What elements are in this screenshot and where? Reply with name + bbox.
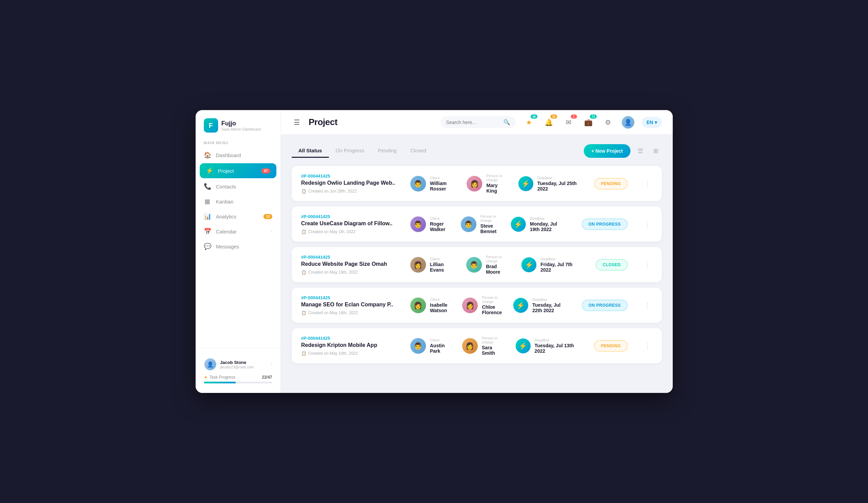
client-label: Client: [430, 176, 456, 180]
project-card: #P-000441425 Redesign Owlio Landing Page…: [292, 166, 662, 201]
tab-all-status[interactable]: All Status: [292, 144, 329, 158]
client-info: 👨 Client Roger Walker: [410, 216, 450, 232]
project-meta: 👩 Client Lillian Evans 👨 Person in charg…: [410, 255, 652, 275]
deadline-date: Monday, Jul 19th 2022: [530, 221, 565, 232]
client-details: Client Roger Walker: [430, 216, 450, 232]
deadline-date: Tuesday, Jul 13th 2022: [535, 343, 578, 354]
new-project-button[interactable]: + New Project: [584, 144, 630, 158]
gear-icon: ⚙: [605, 118, 611, 126]
briefcase-button[interactable]: 💼 72: [582, 116, 595, 129]
sidebar-item-kanban[interactable]: ▦ Kanban: [196, 194, 280, 209]
user-info[interactable]: 👤 Jacob Stone jacobs23@mail.com ›: [204, 354, 272, 375]
client-info: 👩 Client Lillian Evans: [410, 257, 455, 273]
search-input[interactable]: [446, 120, 500, 125]
mail-button[interactable]: ✉ 1: [562, 116, 575, 129]
calendar-small-icon: 📋: [301, 270, 306, 275]
tab-closed[interactable]: Closed: [403, 144, 433, 158]
deadline-label: Deadline: [532, 298, 565, 301]
sidebar-item-calendar[interactable]: 📅 Calendar ›: [196, 224, 280, 239]
project-icon: ⚡: [206, 167, 213, 174]
task-count: 22/47: [262, 375, 272, 380]
client-avatar: 👩: [410, 257, 426, 273]
sidebar-item-dashboard[interactable]: 🏠 Dashboard: [196, 147, 280, 163]
project-created: 📋 Created on Jun 28th, 2022: [301, 189, 410, 194]
client-label: Client: [430, 298, 452, 301]
client-name: William Rosser: [430, 181, 456, 192]
person-in-charge-details: Person in charge Steve Bennet: [480, 214, 500, 234]
project-name: Create UseCase Diagram of Fillow..: [301, 220, 397, 227]
settings-button[interactable]: ⚙: [601, 116, 614, 129]
star-icon: ★: [526, 118, 532, 126]
person-in-charge-name: Mary King: [486, 183, 507, 194]
deadline-info: ⚡ Deadline Monday, Jul 19th 2022: [511, 216, 565, 232]
filter-tabs: All Status On Progress Pending Closed + …: [292, 144, 662, 158]
deadline-icon: ⚡: [521, 257, 536, 272]
bell-button[interactable]: 🔔 10: [542, 116, 555, 129]
more-options-button[interactable]: ⋮: [643, 259, 652, 270]
deadline-label: Deadline: [535, 338, 578, 342]
header-avatar[interactable]: 👤: [621, 115, 635, 129]
analytics-icon: 📊: [204, 213, 211, 220]
person-in-charge-name: Sara Smith: [482, 345, 505, 356]
nav-label-project: Project: [218, 168, 234, 174]
star-button[interactable]: ★ 46: [523, 116, 535, 129]
project-content: All Status On Progress Pending Closed + …: [281, 135, 673, 393]
project-card: #P-000441425 Reduce Website Page Size Om…: [292, 247, 662, 282]
client-details: Client William Rosser: [430, 176, 456, 192]
more-options-button[interactable]: ⋮: [643, 219, 652, 230]
sidebar-item-project[interactable]: ⚡ Project 67: [200, 163, 276, 178]
search-icon: 🔍: [503, 119, 510, 125]
deadline-date: Friday, Jul 7th 2022: [540, 262, 579, 273]
more-options-button[interactable]: ⋮: [643, 300, 652, 311]
client-avatar: 👨: [410, 216, 426, 232]
more-options-button[interactable]: ⋮: [643, 178, 652, 189]
more-options-button[interactable]: ⋮: [643, 340, 652, 351]
project-list: #P-000441425 Redesign Owlio Landing Page…: [292, 166, 662, 363]
deadline-details: Deadline Tuesday, Jul 25th 2022: [537, 176, 578, 192]
person-in-charge-label: Person in charge: [480, 214, 500, 223]
task-progress-text: Task Progress: [209, 375, 236, 380]
status-badge: CLOSED: [596, 259, 627, 270]
star-badge: 46: [530, 114, 537, 119]
project-badge: 67: [261, 168, 270, 173]
list-view-button[interactable]: ☰: [634, 145, 646, 157]
person-in-charge-label: Person in charge: [482, 336, 505, 344]
bell-badge: 10: [550, 114, 557, 119]
lang-chevron-icon: ▾: [655, 120, 657, 125]
calendar-small-icon: 📋: [301, 310, 306, 315]
hamburger-button[interactable]: ☰: [292, 116, 302, 129]
sidebar-item-analytics[interactable]: 📊 Analytics 10: [196, 209, 280, 224]
mail-icon: ✉: [566, 118, 571, 126]
nav-label-messages: Messages: [216, 244, 239, 249]
client-label: Client: [430, 257, 455, 261]
logo-title: Fujjo: [221, 120, 261, 127]
language-button[interactable]: EN ▾: [642, 117, 661, 128]
progress-fill: [204, 382, 236, 383]
user-email: jacobs23@mail.com: [220, 365, 268, 369]
client-name: Isabelle Watson: [430, 302, 452, 313]
grid-view-button[interactable]: ⊞: [650, 145, 662, 157]
home-icon: 🏠: [204, 151, 211, 159]
client-label: Client: [430, 338, 451, 342]
nav-label-contacts: Contacts: [216, 184, 236, 189]
sidebar-item-contacts[interactable]: 📞 Contacts: [196, 179, 280, 194]
person-in-charge-avatar: 👨: [461, 216, 476, 232]
status-badge: ON PROGRESS: [582, 218, 628, 230]
tab-on-progress[interactable]: On Progress: [329, 144, 371, 158]
logo-icon: F: [204, 118, 218, 133]
client-avatar: 👨: [410, 176, 426, 192]
tab-pending[interactable]: Pending: [371, 144, 403, 158]
user-details: Jacob Stone jacobs23@mail.com: [220, 360, 268, 369]
project-id: #P-000441425: [301, 336, 410, 341]
project-card: #P-000441425 Create UseCase Diagram of F…: [292, 206, 662, 242]
client-name: Lillian Evans: [430, 262, 455, 273]
project-info: #P-000441425 Redesign Owlio Landing Page…: [301, 173, 410, 194]
calendar-small-icon: 📋: [301, 351, 306, 356]
sidebar-item-messages[interactable]: 💬 Messages: [196, 239, 280, 254]
deadline-info: ⚡ Deadline Friday, Jul 7th 2022: [521, 257, 579, 273]
sidebar-bottom: 👤 Jacob Stone jacobs23@mail.com › ★ Task…: [196, 348, 280, 388]
project-card: #P-000441425 Manage SEO for Eclan Compan…: [292, 288, 662, 323]
person-in-charge-info: 👨 Person in charge Brad Moore: [466, 255, 510, 275]
header: ☰ Project 🔍 ★ 46 🔔 10 ✉ 1: [281, 110, 673, 135]
person-in-charge-info: 👩 Person in charge Mary King: [466, 174, 507, 194]
